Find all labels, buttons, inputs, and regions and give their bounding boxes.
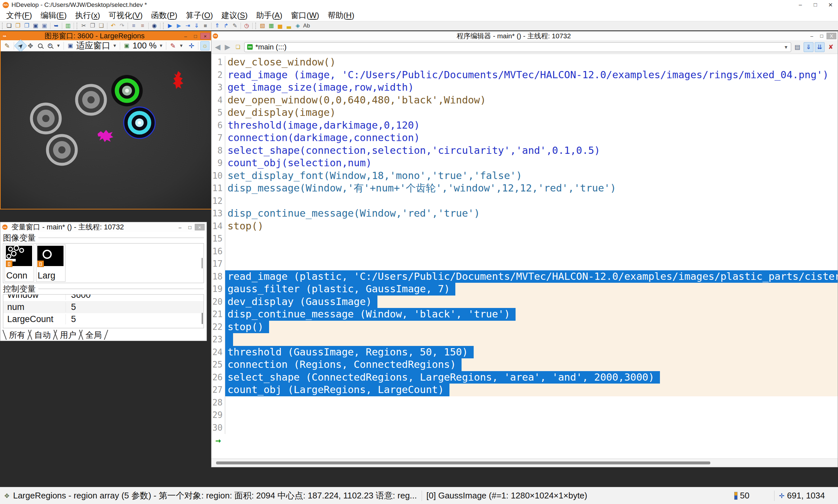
editor-restore-button[interactable]: □ — [817, 33, 826, 39]
edit-code-icon[interactable]: ✎ — [230, 22, 239, 30]
code-line[interactable]: 12 — [212, 195, 838, 208]
fit-window-label[interactable]: 适应窗口 — [76, 40, 110, 51]
image-assistant-icon[interactable]: ▧ — [258, 22, 267, 30]
pan-tool-icon[interactable]: ✥ — [26, 41, 35, 50]
variable-window-titlebar[interactable]: HA 变量窗口 - main* () - 主线程: 10732 – □ × — [0, 222, 207, 232]
editor-titlebar[interactable]: HA 程序编辑器 - main* () - 主线程: 10732 – □ X — [212, 32, 838, 40]
chevron-down-icon[interactable]: ▼ — [784, 44, 788, 50]
code-line[interactable]: 1dev_close_window() — [212, 56, 838, 69]
attach-icon[interactable]: ↱ — [221, 22, 230, 30]
table-scrollbar[interactable] — [202, 313, 203, 324]
editor-minimize-button[interactable]: – — [807, 33, 817, 39]
variable-close-button[interactable]: × — [195, 224, 204, 230]
save-all-icon[interactable]: ▣ — [40, 22, 49, 30]
delete-line-icon[interactable]: ≡ — [138, 22, 147, 30]
zoom-level-label[interactable]: 100 % — [132, 40, 157, 51]
step-out-icon[interactable]: ⇑ — [213, 22, 221, 30]
graphics-canvas[interactable] — [1, 51, 212, 209]
cut-icon[interactable]: ✂ — [79, 22, 88, 30]
open-program-icon[interactable]: ❐ — [14, 22, 22, 30]
graphics-restore-button[interactable]: □ — [191, 33, 200, 39]
editor-horizontal-scrollbar[interactable] — [212, 458, 838, 467]
step-over-icon[interactable]: ⇥ — [183, 22, 192, 30]
menu-item-file[interactable]: 文件(F) — [2, 10, 36, 21]
variable-tab-用户[interactable]: 用户 — [55, 329, 81, 340]
code-line[interactable]: 17 — [212, 257, 838, 270]
iconic-variable-cell[interactable]: []Larg — [36, 245, 66, 282]
grab-image-icon[interactable]: ▥ — [64, 22, 72, 30]
draw-color-dropdown-icon[interactable]: ▼ — [179, 43, 183, 48]
zoom-level-icon[interactable]: ▣ — [122, 41, 131, 50]
profiler-icon[interactable]: ◷ — [242, 22, 251, 30]
maximize-button[interactable]: □ — [808, 0, 823, 10]
code-area[interactable]: 1dev_close_window()2read_image (image, '… — [212, 54, 838, 458]
ocr-assistant-icon[interactable]: Ab — [302, 22, 311, 30]
variable-row[interactable]: LargeCount5 — [3, 313, 203, 325]
code-line[interactable]: 19gauss_filter (plastic, GaussImage, 7) — [212, 283, 838, 295]
apply-all-procedures-icon[interactable]: ⇊ — [815, 42, 824, 52]
variable-tab-全局[interactable]: 全局 — [81, 329, 106, 340]
code-line[interactable]: 20dev_display (GaussImage) — [212, 295, 838, 308]
menu-item-visualization[interactable]: 可视化(V) — [104, 10, 147, 21]
code-line[interactable]: 26select_shape (ConnectedRegions, LargeR… — [212, 371, 838, 384]
zoom-dropdown-icon[interactable]: ▼ — [56, 43, 60, 48]
code-line[interactable]: 18read_image (plastic, 'C:/Users/Public/… — [212, 270, 838, 283]
iconic-variable-cell[interactable]: []Conn — [4, 245, 34, 282]
find-icon[interactable]: ◉ — [150, 22, 159, 30]
code-line[interactable]: 8select_shape(connection,selection,'circ… — [212, 144, 838, 157]
code-line[interactable]: 11disp_message(Window,'有'+num+'个齿轮','win… — [212, 182, 838, 195]
graphics-close-button[interactable]: × — [200, 33, 210, 39]
code-line[interactable]: 13disp_continue_message(Window,'red','tr… — [212, 207, 838, 220]
graphics-minimize-button[interactable]: – — [181, 33, 191, 39]
graphics-window-titlebar[interactable]: HA 图形窗口: 3600 - LargeRegions – □ × — [1, 32, 212, 40]
step-into-icon[interactable]: ⇓ — [192, 22, 201, 30]
variable-row[interactable]: num5 — [3, 301, 203, 313]
matching-assistant-icon[interactable]: ◈ — [293, 22, 302, 30]
menu-item-functions[interactable]: 函数(P) — [147, 10, 182, 21]
export-program-icon[interactable]: ➥ — [52, 22, 60, 30]
discard-changes-icon[interactable]: ✘ — [826, 42, 836, 52]
variable-row[interactable]: Window3600 — [3, 294, 203, 301]
menu-item-operators[interactable]: 算子(O) — [182, 10, 217, 21]
code-line[interactable]: 9count_obj(selection,num) — [212, 157, 838, 169]
minimize-button[interactable]: – — [793, 0, 808, 10]
new-program-icon[interactable]: ❏ — [4, 22, 14, 30]
code-line[interactable]: 23 — [212, 333, 838, 346]
variable-tab-所有[interactable]: 所有 — [4, 329, 30, 340]
variable-minimize-button[interactable]: – — [175, 224, 185, 230]
copy-icon[interactable]: ❐ — [88, 22, 97, 30]
redo-icon[interactable]: ↷ — [118, 22, 126, 30]
zoom-level-dropdown-icon[interactable]: ▼ — [159, 43, 163, 48]
insert-line-icon[interactable]: ≡ — [129, 22, 138, 30]
code-line[interactable]: 10set_display_font(Window,18,'mono','tru… — [212, 169, 838, 182]
zoom-step-icon[interactable]: + — [46, 41, 55, 50]
code-line[interactable]: 21disp_continue_message (Window, 'black'… — [212, 308, 838, 321]
code-line[interactable]: 16 — [212, 245, 838, 258]
menu-item-edit[interactable]: 编辑(E) — [36, 10, 71, 21]
run-to-cursor-icon[interactable]: ▶ — [175, 22, 183, 30]
code-line[interactable]: 25connection (Regions, ConnectedRegions) — [212, 358, 838, 371]
fit-dropdown-icon[interactable]: ▼ — [113, 43, 117, 48]
code-line[interactable]: 6threshold(image,darkimage,0,120) — [212, 119, 838, 132]
paste-icon[interactable]: ❑ — [97, 22, 106, 30]
save-program-icon[interactable]: ▣ — [31, 22, 40, 30]
3d-axis-icon[interactable]: ✛ — [187, 41, 196, 50]
region-edit-icon[interactable]: ✎ — [3, 41, 12, 50]
code-line[interactable]: 28 — [212, 396, 838, 409]
run-icon[interactable]: ▶ — [166, 22, 175, 30]
procedure-list-icon[interactable]: ▤ — [792, 42, 802, 52]
code-line[interactable]: 5dev_display(image) — [212, 106, 838, 119]
code-line[interactable]: 14stop() — [212, 220, 838, 233]
pointer-tool-icon[interactable]: ➤ — [14, 39, 27, 52]
menu-item-suggestions[interactable]: 建议(S) — [217, 10, 252, 21]
menu-item-help[interactable]: 帮助(H) — [323, 10, 358, 21]
code-line[interactable]: 15 — [212, 232, 838, 245]
iconic-scrollbar[interactable] — [202, 258, 203, 268]
code-line[interactable]: 4dev_open_window(0,0,640,480,'black',Win… — [212, 94, 838, 107]
apply-procedure-icon[interactable]: ⇓ — [804, 42, 814, 52]
undo-icon[interactable]: ↶ — [109, 22, 118, 30]
code-line[interactable]: 30 — [212, 421, 838, 434]
calibration-assistant-icon[interactable]: ▦ — [267, 22, 275, 30]
light-bulb-icon[interactable]: ☼ — [200, 41, 210, 50]
scrollbar-thumb[interactable] — [216, 462, 710, 464]
